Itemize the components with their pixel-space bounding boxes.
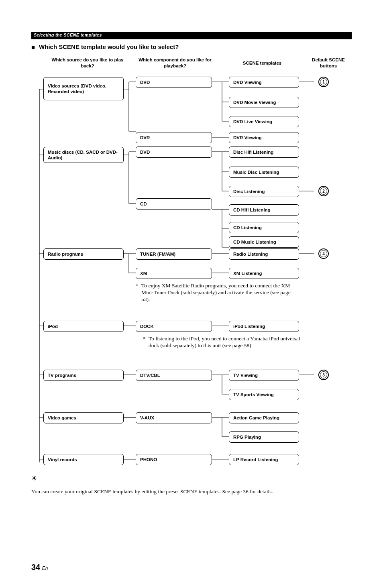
col-head-buttons: Default SCENE buttons [304, 57, 352, 69]
note-ipod-text: To listening to the iPod, you need to co… [149, 336, 305, 349]
connector-lines [31, 57, 352, 474]
comp-dvd1: DVD [136, 77, 212, 88]
tmpl-dvdlive: DVD Live Viewing [229, 116, 299, 127]
tmpl-rpg: RPG Playing [229, 431, 299, 443]
col-head-source: Which source do you like to play back? [47, 57, 128, 69]
header-bar-text: Selecting the SCENE templates [34, 33, 102, 37]
source-radio: Radio programs [43, 248, 124, 260]
tmpl-tvview: TV Viewing [229, 370, 299, 381]
tip-section: ☀ You can create your original SCENE tem… [31, 474, 352, 495]
comp-dock: DOCK [136, 321, 212, 332]
source-video: Video sources (DVD video, Recorded video… [43, 77, 124, 100]
scene-button-2: 2 [318, 186, 329, 196]
comp-phono: PHONO [136, 454, 212, 465]
comp-tuner: TUNER (FM/AM) [136, 248, 212, 260]
note-ipod: *To listening to the iPod, you need to c… [143, 336, 312, 349]
scene-button-1: 1 [318, 77, 329, 87]
tmpl-dvdview: DVD Viewing [229, 77, 299, 88]
source-music: Music discs (CD, SACD or DVD-Audio) [43, 147, 124, 163]
tmpl-cdhifi: CD Hifi Listening [229, 204, 299, 216]
source-ipod: iPod [43, 321, 124, 332]
note-xm: *To enjoy XM Satellite Radio programs, y… [136, 283, 304, 303]
tmpl-tvsports: TV Sports Viewing [229, 389, 299, 400]
scene-button-4: 4 [318, 248, 329, 259]
tip-icon: ☀ [31, 474, 37, 482]
comp-cd: CD [136, 198, 212, 210]
tmpl-ipodlisten: iPod Listening [229, 321, 299, 332]
scene-button-3: 3 [318, 370, 329, 380]
comp-vaux: V-AUX [136, 412, 212, 423]
footer-text: You can create your original SCENE templ… [31, 488, 352, 495]
col-head-component: Which component do you like for playback… [135, 57, 215, 69]
scene-button-4-num: 4 [320, 250, 327, 257]
source-vinyl: Vinyl records [43, 454, 124, 465]
note-xm-text: To enjoy XM Satellite Radio programs, yo… [141, 283, 298, 303]
tmpl-disclisten: Disc Listening [229, 186, 299, 197]
source-games: Video games [43, 412, 124, 423]
tmpl-action: Action Game Playing [229, 412, 299, 423]
tmpl-radiolisten: Radio Listening [229, 248, 299, 260]
tmpl-cdlisten: CD Listening [229, 222, 299, 233]
scene-button-1-num: 1 [320, 78, 327, 85]
tmpl-musicdisc: Music Disc Listening [229, 167, 299, 178]
tmpl-lprecord: LP Record Listening [229, 454, 299, 465]
square-bullet-icon: ■ [31, 44, 35, 51]
scene-diagram: Which source do you like to play back? W… [31, 57, 352, 474]
col-head-templates: SCENE templates [228, 60, 296, 66]
comp-dvd2: DVD [136, 146, 212, 158]
asterisk-icon: * [143, 336, 149, 342]
asterisk-icon: * [136, 283, 141, 289]
comp-xm: XM [136, 268, 212, 279]
tmpl-xmlisten: XM Listening [229, 268, 299, 279]
scene-button-3-num: 3 [320, 371, 327, 378]
tmpl-cdmusic: CD Music Listening [229, 236, 299, 248]
tmpl-dvrview: DVR Viewing [229, 132, 299, 143]
scene-button-2-num: 2 [320, 187, 327, 195]
tmpl-dischifi: Disc Hifi Listening [229, 146, 299, 158]
main-title-text: Which SCENE template would you like to s… [39, 43, 179, 50]
comp-dtv: DTV/CBL [136, 370, 212, 381]
source-tv: TV programs [43, 370, 124, 381]
tmpl-dvdmovie: DVD Movie Viewing [229, 97, 299, 108]
main-title: ■Which SCENE template would you like to … [31, 43, 352, 51]
comp-dvr: DVR [136, 132, 212, 143]
header-bar: Selecting the SCENE templates [31, 32, 352, 39]
